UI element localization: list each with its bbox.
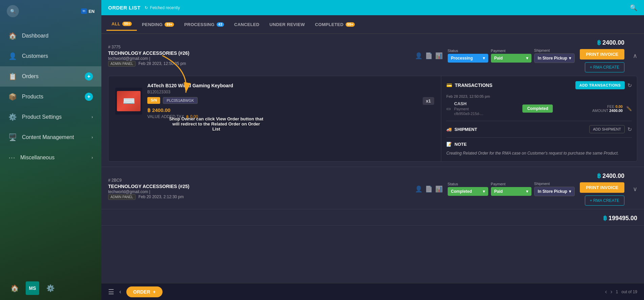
- note-section-header: 📝 NOTE: [446, 142, 632, 147]
- sidebar-item-orders[interactable]: 📋 Orders +: [0, 66, 101, 87]
- edit-icon[interactable]: ✏️: [626, 106, 632, 111]
- product-sku-1: B120123303: [147, 90, 418, 94]
- transaction-row-1: ▭ CASH Payment cfb950a9-215d-... Complet…: [446, 101, 632, 116]
- orders-add-button[interactable]: +: [85, 72, 93, 80]
- page-label: out of 19: [621, 290, 637, 294]
- rma-create-button-2[interactable]: + RMA CREATE: [585, 195, 624, 206]
- chevron-down-icon: ▾: [526, 56, 528, 61]
- chart-icon-2[interactable]: 📊: [435, 185, 443, 193]
- misc-icon: ⋯: [8, 154, 15, 162]
- transactions-header-1: 💳 TRANSACTIONS ADD TRANSACTIONS ↻: [446, 81, 632, 89]
- order-date-2: Feb 20 2023, 2:12:30 pm: [139, 194, 184, 199]
- pagination: ‹ › 1 out of 19: [605, 288, 637, 295]
- refresh-shipment-icon[interactable]: ↻: [627, 126, 632, 133]
- sidebar-item-product-settings[interactable]: ⚙️ Product Settings ›: [0, 107, 101, 127]
- note-text-1: Creating Related Order for the RMA case …: [446, 150, 632, 156]
- sidebar-item-label: Customers: [22, 53, 48, 59]
- settings-bottom-icon[interactable]: ⚙️: [44, 282, 56, 294]
- product-tax-1: VALUE ADDED TAX ฿ 0.00: [147, 114, 418, 119]
- chevron-right-icon: ›: [92, 155, 93, 160]
- add-transactions-button[interactable]: ADD TRANSACTIONS: [575, 81, 625, 89]
- sidebar-item-miscellaneous[interactable]: ⋯ Miscellaneous ›: [0, 147, 101, 168]
- print-invoice-button-2[interactable]: PRINT INVOICE: [580, 182, 624, 193]
- sidebar-item-label: Miscellaneous: [20, 155, 54, 161]
- order-button[interactable]: ORDER +: [126, 286, 163, 297]
- products-icon: 📦: [8, 93, 17, 101]
- paid-label: Paid: [494, 56, 503, 61]
- rma-create-button-1[interactable]: + RMA CREATE: [585, 62, 624, 72]
- orders-icon: 📋: [8, 72, 17, 80]
- tab-completed-badge: 99+: [346, 22, 355, 27]
- sidebar-item-content-management[interactable]: 🖥️ Content Management ›: [0, 127, 101, 147]
- products-add-button[interactable]: +: [85, 93, 93, 101]
- order-status-group-2: Status Completed ▾ Payment Paid ▾: [448, 182, 575, 196]
- chart-icon[interactable]: 📊: [435, 52, 443, 60]
- document-icon[interactable]: 📄: [425, 52, 432, 60]
- document-icon-2[interactable]: 📄: [425, 185, 432, 193]
- collapse-icon-2[interactable]: ∨: [633, 185, 637, 193]
- back-icon[interactable]: ‹: [119, 288, 121, 295]
- shipment-select-pickup-2[interactable]: In Store Pickup ▾: [534, 187, 575, 196]
- refresh-icon: ↻: [145, 5, 148, 10]
- transaction-date-1: Feb 28 2023, 12:50:05 pm: [446, 94, 632, 98]
- payment-select-paid[interactable]: Paid ▾: [491, 54, 531, 63]
- product-code-badge: PLC051ABWGK: [163, 97, 198, 104]
- chevron-down-icon: ▾: [569, 189, 571, 194]
- tab-completed[interactable]: COMPLETED 99+: [310, 19, 360, 30]
- sidebar-item-label: Dashboard: [22, 33, 48, 39]
- person-icon[interactable]: 👤: [415, 52, 422, 60]
- refresh-transactions-icon[interactable]: ↻: [627, 82, 632, 89]
- tab-processing[interactable]: PROCESSING 43: [179, 19, 229, 30]
- prev-page-icon[interactable]: ‹: [605, 288, 607, 295]
- product-badges-1: S/N PLC051ABWGK: [147, 97, 418, 104]
- transaction-sub-1: Payment: [454, 107, 483, 111]
- home-bottom-icon[interactable]: 🏠: [8, 282, 21, 294]
- language-selector[interactable]: বাং EN: [81, 8, 95, 14]
- tab-all-label: ALL: [112, 21, 120, 26]
- shipment-select-pickup[interactable]: In Store Pickup ▾: [534, 53, 575, 63]
- sidebar-item-dashboard[interactable]: 🏠 Dashboard: [0, 26, 101, 46]
- tab-processing-label: PROCESSING: [184, 22, 215, 27]
- sidebar-item-products[interactable]: 📦 Products +: [0, 87, 101, 107]
- chevron-down-icon: ▾: [483, 56, 485, 61]
- sn-badge[interactable]: S/N: [147, 97, 160, 104]
- sidebar-item-customers[interactable]: 👤 Customers: [0, 46, 101, 66]
- tab-all[interactable]: ALL 99+: [106, 18, 137, 31]
- transactions-label: TRANSACTIONS: [455, 83, 492, 88]
- order-icon-group-2: 👤 📄 📊: [415, 185, 443, 193]
- payment-label-2: Payment: [491, 182, 531, 186]
- topbar-search-icon[interactable]: 🔍: [630, 4, 637, 11]
- print-invoice-button-1[interactable]: PRINT INVOICE: [580, 49, 624, 60]
- menu-icon[interactable]: ☰: [108, 288, 114, 296]
- order-amount-1: ฿ 2400.00: [597, 39, 624, 46]
- processing-label: Processing: [451, 56, 473, 61]
- sidebar-bottom: 🏠 MS ⚙️: [0, 276, 101, 300]
- sidebar-search-button[interactable]: 🔍: [7, 5, 19, 17]
- order-actions-1: ฿ 2400.00 PRINT INVOICE + RMA CREATE: [580, 39, 624, 72]
- topbar: ORDER LIST ↻ Fetched recently 🔍: [101, 0, 644, 15]
- tab-canceled[interactable]: CANCELED: [229, 19, 265, 30]
- status-select-completed[interactable]: Completed ▾: [448, 187, 488, 196]
- sidebar-item-label: Content Management: [22, 134, 74, 140]
- person-icon-2[interactable]: 👤: [415, 185, 422, 193]
- note-title-label: NOTE: [454, 142, 467, 147]
- chevron-right-icon: ›: [92, 135, 93, 140]
- fee-value: 0.00: [616, 105, 623, 109]
- credit-card-icon: 💳: [446, 83, 452, 88]
- tab-under-review[interactable]: UNDER REVIEW: [265, 19, 310, 30]
- note-section-title: 📝 NOTE: [446, 142, 467, 147]
- next-page-icon[interactable]: ›: [611, 288, 613, 295]
- tab-pending[interactable]: PENDING 99+: [137, 19, 179, 30]
- order-actions-3: ฿ 199495.00: [603, 214, 637, 222]
- shipment-section-title: 🚚 SHIPMENT: [446, 127, 477, 132]
- order-icon-group-1: 👤 📄 📊: [415, 52, 443, 60]
- ms-button[interactable]: MS: [26, 281, 39, 295]
- collapse-icon-1[interactable]: ∧: [633, 52, 637, 60]
- customers-icon: 👤: [8, 52, 17, 60]
- payment-select-paid-2[interactable]: Paid ▾: [491, 187, 531, 196]
- order-header-1: # 3775 TECHNOLOGY ACCESSORIES (#26) tech…: [101, 34, 644, 76]
- status-select-processing[interactable]: Processing ▾: [448, 54, 488, 63]
- add-shipment-button[interactable]: ADD SHIPMENT: [589, 125, 625, 133]
- product-name-1: A4Tech B120 Wired Gaming Keyboard: [147, 83, 418, 88]
- currency-symbol: ฿: [597, 39, 601, 46]
